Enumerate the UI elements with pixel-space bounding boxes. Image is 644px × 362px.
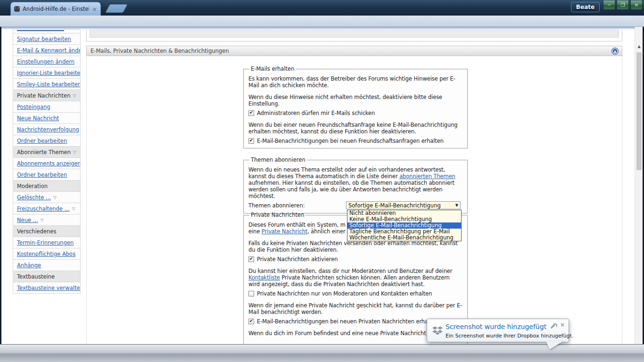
- chevron-down-icon: ▽: [53, 195, 57, 200]
- dropdown-option-nicht-abonnieren[interactable]: Nicht abonnieren: [347, 210, 461, 216]
- dropdown-option-taegliche-benachrichtigung[interactable]: Tägliche Benachrichtigung per E-Mail: [347, 229, 461, 235]
- sidebar-item-kostenpflichtige-abos[interactable]: Kostenpflichtige Abos: [13, 248, 81, 260]
- sidebar-link[interactable]: Nachrichtenverfolgung: [17, 126, 79, 133]
- subscribe-mode-select[interactable]: Sofortige E-Mail-Benachrichtigung ▼: [346, 201, 461, 209]
- checkbox-row-pn-aktivieren[interactable]: ✔ Private Nachrichten aktivieren: [248, 256, 462, 263]
- dropbox-notification[interactable]: Screenshot wurde hinzugefügt Ein Screens…: [427, 319, 569, 342]
- dropdown-option-woechentliche-benachrichtigung[interactable]: Wöchentliche E-Mail-Benachrichtigung: [347, 235, 461, 241]
- sidebar-link[interactable]: Termin-Erinnerungen: [17, 239, 74, 246]
- collapse-section-icon[interactable]: ▲: [611, 48, 619, 55]
- sidebar-link[interactable]: Einstellungen ändern: [17, 58, 74, 65]
- sidebar-link[interactable]: Posteingang: [17, 104, 50, 110]
- sidebar-item-email-kennwort[interactable]: E-Mail & Kennwort ändern: [13, 44, 81, 56]
- checkbox-checked[interactable]: ✔: [248, 319, 254, 324]
- sidebar-link[interactable]: Ignorier-Liste bearbeiten: [17, 70, 81, 76]
- checkbox-unchecked[interactable]: [248, 291, 254, 296]
- sidebar-link[interactable]: Kostenpflichtige Abos: [17, 251, 75, 257]
- abonnierte-themen-link[interactable]: abonnierten Themen: [399, 173, 455, 180]
- sidebar-link[interactable]: Smiley-Liste bearbeiten: [17, 81, 81, 88]
- sidebar-link[interactable]: Neue Nachricht: [17, 115, 59, 122]
- dropdown-option-keine-benachrichtigung[interactable]: Keine E-Mail-Benachrichtigung: [347, 216, 461, 222]
- paragraph-with-link: Du kannst hier einstellen, dass dir nur …: [248, 268, 462, 288]
- checkbox-checked[interactable]: ✔: [248, 138, 254, 144]
- sidebar-link[interactable]: Neue ...: [17, 217, 38, 223]
- wrench-icon[interactable]: [550, 324, 555, 329]
- kontaktliste-link[interactable]: Kontaktliste: [248, 274, 280, 281]
- text: Dieses Forum enthält ein System, m: [248, 222, 346, 228]
- tab-close-icon[interactable]: ×: [92, 6, 97, 12]
- sidebar-header-textbausteine: Textbausteine: [13, 271, 81, 282]
- sidebar-link[interactable]: Ordner bearbeiten: [17, 172, 67, 178]
- notification-close-icon[interactable]: ×: [560, 321, 565, 328]
- paragraph-with-link: Wenn du ein neues Thema erstellst oder a…: [248, 166, 462, 199]
- settings-main: E-Mails, Private Nachrichten & Benachric…: [86, 30, 622, 344]
- dropbox-icon: [432, 326, 443, 336]
- browser-toolbar: ← → ↻ www.android-hilfe.de/profile.php?d…: [0, 16, 644, 27]
- sidebar-item-geloeschte[interactable]: Gelöschte ...▽: [13, 191, 81, 203]
- sidebar-link[interactable]: Signatur bearbeiten: [17, 36, 71, 42]
- sidebar-link[interactable]: Abonnements anzeigen: [17, 160, 81, 167]
- sidebar-header-abonnierte-themen[interactable]: Abonnierte Themen▽: [13, 146, 81, 158]
- checkbox-row-nur-moderatoren[interactable]: Private Nachrichten nur von Moderatoren …: [248, 290, 462, 297]
- checkbox-label: E-Mail-Benachrichtigungen bei neuen Priv…: [257, 318, 438, 325]
- close-button[interactable]: ✕: [630, 0, 643, 10]
- page-scrollbar[interactable]: ▲: [635, 27, 643, 344]
- sidebar-header-verschiedenes: Verschiedenes: [13, 225, 81, 237]
- sidebar-item-anhaenge[interactable]: Anhänge: [13, 259, 81, 271]
- chevron-down-icon: ▽: [73, 150, 76, 155]
- dropdown-option-sofortige-benachrichtigung-selected[interactable]: Sofortige E-Mail-Benachrichtigung: [347, 222, 461, 229]
- settings-panel: E-Mails erhalten Es kann vorkommen, dass…: [86, 56, 622, 344]
- sidebar-item-smiley-liste[interactable]: Smiley-Liste bearbeiten: [13, 78, 81, 90]
- select-value: Sofortige E-Mail-Benachrichtigung: [348, 202, 441, 209]
- private-nachricht-link[interactable]: Private Nachricht: [262, 228, 307, 235]
- checkbox-row-admin-emails[interactable]: ✔ Administratoren dürfen mir E-Mails sch…: [248, 110, 462, 116]
- subscribe-dropdown-list: Nicht abonnieren Keine E-Mail-Benachrich…: [347, 210, 462, 241]
- sidebar-link[interactable]: Anhänge: [17, 262, 41, 269]
- sidebar-item-textbausteine-verwalten[interactable]: Textbausteine verwalten: [13, 282, 81, 294]
- checkbox-label: Private Nachrichten nur von Moderatoren …: [257, 290, 432, 297]
- sidebar-item-freizuschaltende[interactable]: Freizuschaltende ...▽: [13, 203, 81, 214]
- sidebar-item-posteingang[interactable]: Posteingang: [13, 101, 81, 113]
- sidebar-header-label: Textbausteine: [17, 273, 55, 280]
- sidebar-item-abonnements-anzeigen[interactable]: Abonnements anzeigen: [13, 157, 81, 169]
- browser-tab[interactable]: Android-Hilfe.de - Einstell ×: [10, 2, 101, 16]
- new-tab-button[interactable]: [105, 4, 128, 13]
- sidebar-item-signatur[interactable]: Signatur bearbeiten: [13, 33, 81, 45]
- text: eine: [248, 228, 262, 235]
- minimize-button[interactable]: ─: [603, 0, 615, 10]
- sidebar-item-ordner-bearbeiten[interactable]: Ordner bearbeiten: [13, 135, 81, 147]
- paragraph: Es kann vorkommen, dass der Betreiber de…: [248, 75, 462, 89]
- sidebar-header-private-nachrichten[interactable]: Private Nachrichten▽: [13, 90, 81, 101]
- checkbox-checked[interactable]: ✔: [248, 256, 254, 262]
- sidebar-link[interactable]: Ordner bearbeiten: [17, 138, 67, 144]
- sidebar-item-ordner-bearbeiten-2[interactable]: Ordner bearbeiten: [13, 169, 81, 181]
- checkbox-checked[interactable]: ✔: [248, 110, 254, 116]
- scroll-up-icon[interactable]: ▲: [635, 42, 643, 50]
- settings-sidebar: Signatur bearbeiten E-Mail & Kennwort än…: [13, 30, 81, 294]
- maximize-button[interactable]: ❐: [617, 0, 629, 10]
- previous-section-inner: [90, 29, 619, 38]
- fieldset-themen-abonnieren: Themen abonnieren Wenn du ein neues Them…: [243, 156, 468, 214]
- scrollbar-thumb[interactable]: [636, 52, 642, 170]
- chevron-down-icon: ▽: [73, 93, 76, 98]
- sidebar-link[interactable]: Textbausteine verwalten: [17, 285, 81, 291]
- sidebar-item-termin-erinnerungen[interactable]: Termin-Erinnerungen: [13, 237, 81, 248]
- window-titlebar: Android-Hilfe.de - Einstell × Beate ─ ❐ …: [0, 0, 644, 16]
- check-icon: ✔: [249, 319, 253, 323]
- sidebar-item-nachrichtenverfolgung[interactable]: Nachrichtenverfolgung: [13, 123, 81, 135]
- checkbox-row-freundschaftsanfragen[interactable]: ✔ E-Mail-Benachrichtigungen bei neuen Fr…: [248, 138, 462, 144]
- sidebar-item-ignorier-liste[interactable]: Ignorier-Liste bearbeiten: [13, 67, 81, 79]
- sidebar-item-einstellungen[interactable]: Einstellungen ändern: [13, 56, 81, 67]
- sidebar-item-neue-nachricht[interactable]: Neue Nachricht: [13, 112, 81, 124]
- sidebar-header-moderation: Moderation: [13, 180, 81, 192]
- partial-link-underline: [17, 30, 64, 31]
- sidebar-link[interactable]: Gelöschte ...: [17, 194, 51, 201]
- sidebar-link[interactable]: E-Mail & Kennwort ändern: [17, 47, 81, 54]
- checkbox-label: Administratoren dürfen mir E-Mails schic…: [257, 110, 375, 116]
- sidebar-item-neue[interactable]: Neue ...▽: [13, 214, 81, 226]
- notification-title: Screenshot wurde hinzugefügt: [446, 323, 546, 330]
- text: , ähnlich einer: [307, 228, 345, 235]
- user-profile-button[interactable]: Beate: [571, 2, 600, 12]
- sidebar-link[interactable]: Freizuschaltende ...: [17, 206, 70, 212]
- chevron-down-icon: ▽: [41, 218, 44, 222]
